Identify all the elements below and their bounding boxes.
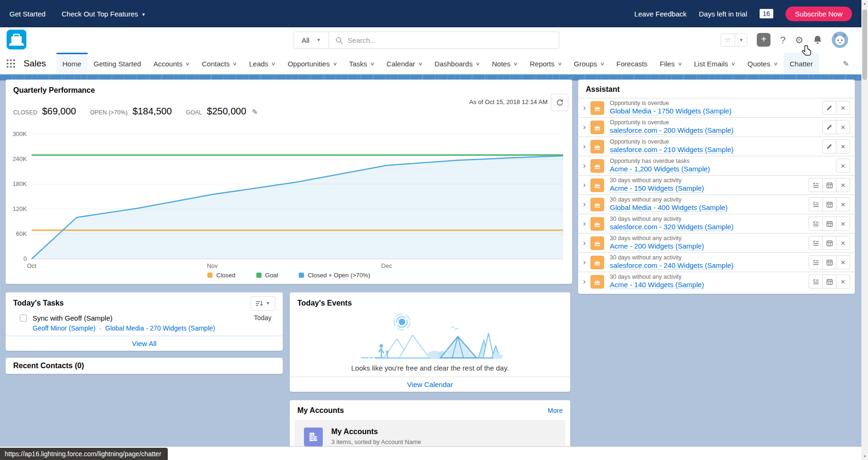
search-scope-selector[interactable]: All▼: [294, 32, 329, 48]
view-calendar-link[interactable]: View Calendar: [407, 380, 453, 388]
assistant-item-link[interactable]: salesforce.com - 320 Widgets (Sample): [610, 223, 734, 231]
scroll-up-arrow[interactable]: ▲: [861, 0, 868, 7]
create-task-button[interactable]: [809, 178, 823, 192]
expand-chevron-icon[interactable]: ›: [578, 103, 590, 113]
task-contact-link[interactable]: Geoff Minor (Sample): [33, 324, 96, 332]
task-opportunity-link[interactable]: Global Media - 270 Widgets (Sample): [105, 324, 215, 332]
assistant-item-link[interactable]: salesforce.com - 200 Widgets (Sample): [610, 127, 734, 135]
dismiss-button[interactable]: ×: [836, 120, 850, 134]
assistant-item-link[interactable]: Acme - 200 Widgets (Sample): [610, 242, 704, 250]
expand-chevron-icon[interactable]: ›: [578, 258, 590, 267]
create-event-button[interactable]: [822, 178, 836, 192]
expand-chevron-icon[interactable]: ›: [578, 161, 590, 170]
create-event-button[interactable]: [822, 217, 836, 231]
nav-tab[interactable]: List Emails ∨: [688, 53, 742, 74]
expand-chevron-icon[interactable]: ›: [578, 142, 590, 151]
dismiss-button[interactable]: ×: [836, 101, 850, 115]
dismiss-button[interactable]: ×: [836, 236, 850, 250]
leave-feedback-link[interactable]: Leave Feedback: [634, 10, 687, 18]
chevron-down-icon: ∨: [333, 61, 337, 67]
report-title: My Accounts: [331, 428, 421, 436]
nav-tab[interactable]: Chatter: [784, 53, 819, 74]
opportunity-crown-icon: [590, 275, 604, 289]
nav-tab[interactable]: Notes ∨: [486, 53, 524, 74]
dismiss-button[interactable]: ×: [836, 217, 850, 231]
create-task-button[interactable]: [809, 197, 823, 211]
assistant-item-link[interactable]: salesforce.com - 210 Widgets (Sample): [610, 146, 734, 154]
dismiss-button[interactable]: ×: [836, 178, 850, 192]
favorites-caret-icon[interactable]: ▼: [735, 34, 747, 46]
create-task-button[interactable]: [809, 274, 823, 289]
subscribe-now-button[interactable]: Subscribe Now: [786, 7, 852, 21]
scroll-down-arrow[interactable]: ▼: [861, 453, 868, 460]
page-scrollbar[interactable]: ▲ ▼: [861, 0, 868, 460]
user-avatar[interactable]: [832, 32, 848, 48]
assistant-item-link[interactable]: Global Media - 1750 Widgets (Sample): [610, 107, 731, 115]
create-event-button[interactable]: [822, 236, 836, 250]
nav-tab[interactable]: Contacts ∨: [196, 53, 243, 74]
expand-chevron-icon[interactable]: ›: [578, 122, 590, 132]
create-task-button[interactable]: [809, 217, 823, 231]
view-all-link[interactable]: View All: [132, 339, 156, 347]
edit-button[interactable]: [822, 139, 836, 153]
edit-button[interactable]: [822, 101, 836, 115]
search-input[interactable]: [348, 36, 552, 44]
svg-text:240K: 240K: [13, 155, 27, 162]
dismiss-button[interactable]: ×: [836, 139, 850, 153]
get-started-link[interactable]: Get Started: [9, 10, 46, 18]
dismiss-button[interactable]: ×: [836, 274, 850, 289]
nav-tab[interactable]: Calendar ∨: [380, 53, 428, 74]
expand-chevron-icon[interactable]: ›: [578, 277, 590, 286]
nav-tab[interactable]: Reports ∨: [524, 53, 568, 74]
create-event-button[interactable]: [822, 255, 836, 269]
notifications-bell-icon[interactable]: [813, 35, 822, 45]
app-launcher-waffle-icon[interactable]: [0, 53, 22, 74]
nav-tab[interactable]: Dashboards ∨: [428, 53, 486, 74]
create-task-button[interactable]: [809, 255, 823, 269]
favorites-star-icon[interactable]: ☆: [721, 34, 735, 46]
nav-tab[interactable]: Leads ∨: [243, 53, 281, 74]
edit-button[interactable]: [822, 120, 836, 134]
dismiss-button[interactable]: ×: [836, 159, 850, 173]
nav-tab[interactable]: Files ∨: [654, 53, 688, 74]
dismiss-button[interactable]: ×: [836, 255, 850, 269]
scrollbar-thumb[interactable]: [862, 9, 867, 80]
help-icon[interactable]: ?: [780, 34, 786, 46]
more-link[interactable]: More: [548, 407, 563, 414]
nav-tab[interactable]: Quotes ∨: [741, 53, 783, 74]
create-task-button[interactable]: [809, 236, 823, 250]
assistant-item-link[interactable]: Acme - 1,200 Widgets (Sample): [610, 165, 710, 173]
task-checkbox[interactable]: [20, 315, 27, 322]
nav-tab[interactable]: Groups ∨: [568, 53, 610, 74]
expand-chevron-icon[interactable]: ›: [578, 200, 590, 209]
salesforce-cloud-logo[interactable]: [7, 30, 26, 49]
create-event-button[interactable]: [822, 197, 836, 211]
svg-text:Oct: Oct: [27, 262, 37, 269]
task-sort-button[interactable]: ▼: [251, 296, 275, 311]
create-event-button[interactable]: [822, 274, 836, 289]
assistant-item-link[interactable]: salesforce.com - 240 Widgets (Sample): [610, 262, 734, 270]
expand-chevron-icon[interactable]: ›: [578, 219, 590, 228]
nav-tab[interactable]: Opportunities ∨: [281, 53, 343, 74]
edit-goal-pencil-icon[interactable]: ✎: [252, 108, 258, 116]
setup-gear-icon[interactable]: ⚙: [795, 34, 803, 46]
nav-tab[interactable]: Getting Started: [88, 53, 147, 74]
nav-tab[interactable]: Home: [57, 53, 88, 74]
nav-tab[interactable]: Forecasts: [610, 53, 654, 74]
refresh-button[interactable]: [551, 94, 568, 111]
assistant-item-link[interactable]: Global Media - 400 Widgets (Sample): [610, 204, 728, 212]
task-name[interactable]: Sync with Geoff (Sample): [33, 314, 113, 322]
global-actions-icon[interactable]: +: [757, 33, 770, 47]
top-features-menu[interactable]: Check Out Top Features▼: [62, 10, 146, 18]
recent-contacts-card[interactable]: Recent Contacts (0): [6, 358, 283, 374]
assistant-item-link[interactable]: Acme - 140 Widgets (Sample): [610, 281, 704, 289]
expand-chevron-icon[interactable]: ›: [578, 238, 590, 248]
edit-nav-pencil-icon[interactable]: ✎: [831, 53, 861, 74]
assistant-item-actions: ×: [822, 101, 850, 115]
nav-tab[interactable]: Accounts ∨: [147, 53, 196, 74]
dismiss-button[interactable]: ×: [836, 197, 850, 211]
expand-chevron-icon[interactable]: ›: [578, 180, 590, 190]
nav-tab[interactable]: Tasks ∨: [343, 53, 380, 74]
accounts-building-icon: [304, 428, 323, 446]
assistant-item-link[interactable]: Acme - 150 Widgets (Sample): [610, 185, 704, 193]
